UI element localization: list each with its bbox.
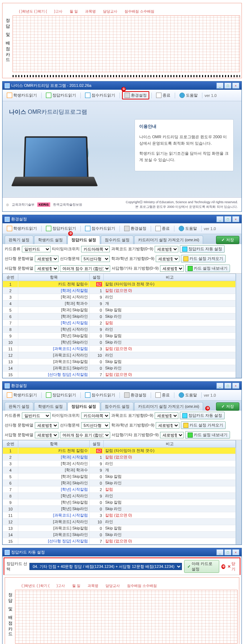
btn-export[interactable]: 카드 설정 내보내기 [185, 431, 230, 439]
table-row[interactable]: 2[학과] 시작칼럼1칼럼 (없으면 0) [3, 288, 236, 294]
btn-export[interactable]: 카드 설정 내보내기 [185, 265, 230, 272]
table-row[interactable]: 5[학과] Skip칼럼0Skip 칼럼 [3, 307, 236, 313]
maximize-button[interactable]: □ [224, 83, 231, 89]
table-row[interactable]: 13[과목코드] Skip칼럼0Skip 칼럼 [3, 359, 236, 365]
table-row[interactable]: 12[과목코드] 시작라인10라인 [3, 352, 236, 359]
minimize-button[interactable]: _ [216, 216, 224, 222]
scrollbar[interactable] [236, 440, 241, 545]
sel-multi[interactable]: 여러개 점수 표기 (합산) [60, 265, 110, 272]
tb-env[interactable]: 환경설정 [122, 391, 149, 399]
table-row[interactable]: 13[과목코드] Skip칼럼0Skip 칼럼 [3, 525, 236, 532]
maximize-button[interactable]: □ [224, 383, 231, 389]
tab-student[interactable]: 학생카드 설정 [34, 235, 67, 244]
table-row[interactable]: 1카드 전체 칼럼수62칼럼 (타이밍마크 전체 갯수) [3, 448, 236, 454]
table-row[interactable]: 10[학년] Skip라인0Skip 라인 [3, 506, 236, 512]
tab-score[interactable]: 점수카드 설정 [101, 402, 133, 411]
tab-student[interactable]: 학생카드 설정 [34, 402, 67, 411]
close-button[interactable]: × [232, 549, 239, 555]
table-row[interactable]: 14[과목코드] Skip라인0Skip 라인 [3, 365, 236, 372]
tb-answer[interactable]: 정답카드읽기 [44, 225, 78, 232]
table-row[interactable]: 3[학과] 시작라인9라인 [3, 461, 236, 467]
tb-exit[interactable]: 종료 [153, 225, 172, 232]
table-row[interactable]: 1카드 전체 칼럼수62칼럼 (타이밍마크 전체 갯수) [3, 281, 236, 288]
tab-score[interactable]: 점수카드 설정 [101, 235, 133, 244]
sel-choice-q[interactable]: 5지선다형 [81, 256, 110, 262]
table-row[interactable]: 11[과목코드] 시작칼럼3칼럼 (없으면 0) [3, 512, 236, 519]
tb-student[interactable]: 학생카드읽기 [5, 92, 39, 99]
table-row[interactable]: 14[과목코드] Skip라인0Skip 라인 [3, 532, 236, 538]
maximize-button[interactable]: □ [224, 216, 231, 222]
btn-auto[interactable]: 정답카드 자동 설정 [180, 245, 225, 253]
table-row[interactable]: 6[학과] Skip라인0Skip 라인 [3, 480, 236, 486]
tab-ini[interactable]: 카드리더기 설정 가져오기 (omr.ini) [134, 402, 203, 411]
sel-dir3[interactable]: 세로방향 [160, 265, 184, 272]
table-row[interactable]: 2[학과] 시작칼럼1칼럼 (없으면 0) [3, 454, 236, 461]
table-row[interactable]: 8[학년] 시작라인9라인 [3, 326, 236, 333]
sel-dir2[interactable]: 세로방향 [156, 422, 179, 429]
tb-student[interactable]: 학생카드읽기 [5, 391, 39, 399]
sel-dir1[interactable]: 세로방향 [155, 246, 178, 252]
tab-answer[interactable]: 정답카드 설정 [67, 402, 100, 411]
tb-exit[interactable]: 종료 [154, 92, 173, 99]
close-button[interactable]: × [232, 216, 239, 222]
table-row[interactable]: 4[학과] 학과수9개 [3, 300, 236, 307]
sel-choice-dir[interactable]: 세로방향 [35, 422, 58, 429]
tb-exit[interactable]: 종료 [153, 391, 172, 399]
tb-env[interactable]: 환경설정 [122, 91, 149, 99]
apply-button[interactable]: 아래 카드로 설정 [184, 560, 219, 573]
scrollbar[interactable] [236, 274, 241, 378]
sel-dir1[interactable]: 세로방향 [155, 412, 178, 419]
save-button[interactable]: 저장 [216, 236, 239, 244]
btn-load[interactable]: 카드 설정 가져오기 [181, 421, 226, 429]
sel-dir2[interactable]: 세로방향 [156, 256, 179, 262]
tb-score[interactable]: 점수카드읽기 [83, 391, 117, 399]
sel-short-dir[interactable]: 세로방향 [35, 432, 58, 438]
tab-reader[interactable]: 판독기 설정 [5, 402, 33, 411]
tb-score[interactable]: 점수카드읽기 [83, 92, 117, 99]
table-row[interactable]: 7[학년] 시작칼럼2칼럼 [3, 486, 236, 493]
table-row[interactable]: 3[학과] 시작라인9라인 [3, 294, 236, 300]
table-row[interactable]: 5[학과] Skip칼럼0Skip 칼럼 [3, 473, 236, 480]
tb-answer[interactable]: 정답카드읽기 [44, 391, 78, 399]
sel-multi[interactable]: 여러개 점수 표기 (합산) [60, 432, 110, 438]
sel-timing[interactable]: 카드아래쪽 [81, 246, 110, 252]
tb-score[interactable]: 점수카드읽기 [83, 225, 117, 232]
sel-short-dir[interactable]: 세로방향 [35, 265, 58, 272]
sel-dir3[interactable]: 세로방향 [160, 432, 184, 438]
save-button[interactable]: 저장 [216, 402, 239, 411]
btn-auto[interactable]: 정답카드 자동 설정 [180, 412, 225, 419]
table-row[interactable]: 10[학년] Skip라인0Skip 라인 [3, 339, 236, 346]
table-row[interactable]: 11[과목코드] 시작칼럼3칼럼 (없으면 0) [3, 346, 236, 352]
table-row[interactable]: 9[학년] Skip칼럼0Skip 칼럼 [3, 333, 236, 339]
btn-load[interactable]: 카드 설정 가져오기 [181, 255, 226, 262]
tab-answer[interactable]: 정답카드 설정 [67, 235, 100, 244]
tb-help[interactable]: 도움말 [177, 391, 199, 399]
tb-student[interactable]: 학생카드읽기 [5, 225, 39, 232]
close-link[interactable]: 닫기 [227, 561, 238, 572]
table-row[interactable]: 8[학년] 시작라인9라인 [3, 493, 236, 499]
tb-answer[interactable]: 정답카드읽기 [44, 92, 78, 99]
maximize-button[interactable]: □ [224, 549, 231, 555]
tab-reader[interactable]: 판독기 설정 [5, 235, 33, 244]
sel-cardtype[interactable]: 일반카드 [22, 412, 51, 419]
minimize-button[interactable]: _ [216, 83, 224, 89]
table-row[interactable]: 7[학년] 시작칼럼2칼럼 [3, 320, 236, 326]
tb-help[interactable]: 도움말 [177, 225, 199, 232]
sel-choice-dir[interactable]: 세로방향 [35, 256, 58, 262]
sel-timing[interactable]: 카드아래쪽 [81, 412, 110, 419]
table-row[interactable]: 9[학년] Skip칼럼0Skip 칼럼 [3, 499, 236, 506]
tb-env[interactable]: 환경설정 [122, 225, 149, 232]
table-row[interactable]: 6[학과] Skip라인0Skip 라인 [3, 313, 236, 320]
table-row[interactable]: 15[선다형 정답] 시작칼럼7칼럼 (없으면 0) [3, 372, 236, 378]
minimize-button[interactable]: _ [216, 549, 224, 555]
tab-ini[interactable]: 카드리더기 설정 가져오기 (omr.ini) [134, 235, 203, 244]
tb-help[interactable]: 도움말 [177, 92, 200, 99]
table-row[interactable]: 15[선다형 정답] 시작칼럼7칼럼 (없으면 0) [3, 538, 236, 545]
table-row[interactable]: 12[과목코드] 시작라인10라인 [3, 519, 236, 525]
table-row[interactable]: 4[학과] 학과수9개 [3, 467, 236, 473]
sel-cardtype[interactable]: 일반카드 [22, 246, 51, 252]
close-button[interactable]: × [232, 383, 239, 389]
auto-select[interactable]: 04. 기타 만점 + 40문항 정답 / 배점(1234.1234) + 서답… [29, 563, 182, 570]
minimize-button[interactable]: _ [216, 383, 224, 389]
close-button[interactable]: × [232, 83, 239, 89]
